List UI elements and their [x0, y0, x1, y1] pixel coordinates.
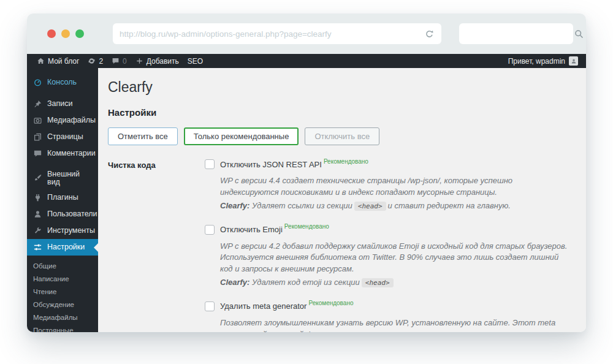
- reload-icon[interactable]: [424, 29, 435, 39]
- updates-count: 2: [99, 57, 103, 66]
- sidebar-item-users[interactable]: Пользователи: [27, 206, 98, 222]
- settings-form: Чистка кода Отключить JSON REST API Реко…: [108, 159, 573, 332]
- sidebar-label: Настройки: [47, 243, 85, 251]
- setting-meta-generator: Удалить meta generator Рекомендовано Поз…: [205, 301, 573, 332]
- brush-icon: [33, 173, 42, 183]
- code-chip: <head>: [354, 202, 386, 211]
- checkbox[interactable]: [205, 159, 215, 169]
- site-name: Мой блог: [48, 57, 79, 66]
- comment-icon: [112, 57, 120, 65]
- submenu-item-writing[interactable]: Написание: [27, 272, 98, 285]
- sidebar-item-settings[interactable]: Настройки: [27, 239, 98, 256]
- select-all-button[interactable]: Отметить все: [108, 127, 178, 145]
- sidebar-label: Пользователи: [47, 210, 97, 218]
- dashboard-icon: [33, 78, 42, 87]
- settings-submenu: Общие Написание Чтение Обсуждение Медиаф…: [27, 256, 98, 332]
- user-icon: [33, 210, 42, 219]
- admin-bar-seo[interactable]: SEO: [183, 54, 207, 68]
- admin-bar-site-link[interactable]: Мой блог: [32, 54, 83, 68]
- sidebar-label: Страницы: [47, 133, 83, 141]
- avatar: [569, 56, 578, 66]
- browser-chrome: [27, 13, 586, 54]
- maximize-window-button[interactable]: [75, 29, 84, 38]
- submenu-item-discussion[interactable]: Обсуждение: [27, 298, 98, 311]
- sidebar-item-pages[interactable]: Страницы: [27, 129, 98, 145]
- sliders-icon: [33, 243, 42, 252]
- search-icon: [574, 29, 584, 39]
- browser-search-input[interactable]: [466, 29, 574, 39]
- setting-label[interactable]: Удалить meta generator: [220, 301, 306, 311]
- group-label: Чистка кода: [108, 159, 205, 332]
- admin-bar-add-new[interactable]: Добавить: [131, 54, 183, 68]
- code-chip: <head>: [362, 278, 394, 287]
- comments-count: 0: [123, 57, 127, 66]
- updates-icon: [88, 57, 96, 65]
- page-title: Clearfy: [108, 79, 573, 96]
- browser-search-box[interactable]: [459, 23, 573, 44]
- sidebar-label: Консоль: [47, 78, 77, 86]
- disable-all-button[interactable]: Отключить все: [305, 127, 379, 145]
- recommended-badge: Рекомендовано: [308, 300, 353, 306]
- home-icon: [37, 57, 45, 65]
- window-controls: [47, 29, 84, 38]
- sidebar-item-plugins[interactable]: Плагины: [27, 189, 98, 206]
- admin-bar-comments[interactable]: 0: [107, 54, 131, 68]
- setting-emoji: Отключить Emoji Рекомендовано WP с верси…: [205, 225, 573, 289]
- camera-icon: [33, 116, 42, 125]
- submenu-item-reading[interactable]: Чтение: [27, 285, 98, 298]
- setting-label[interactable]: Отключить JSON REST API: [220, 160, 322, 169]
- sidebar-item-appearance[interactable]: Внешний вид: [27, 167, 98, 189]
- minimize-window-button[interactable]: [61, 29, 70, 38]
- sidebar-label: Медиафайлы: [47, 116, 96, 124]
- admin-bar-updates[interactable]: 2: [83, 54, 107, 68]
- url-input[interactable]: [120, 29, 424, 39]
- comment-icon: [33, 149, 42, 158]
- checkbox[interactable]: [205, 225, 215, 235]
- recommended-badge: Рекомендовано: [324, 158, 368, 165]
- admin-bar-account[interactable]: Привет, wpadmin: [506, 56, 581, 66]
- add-new-label: Добавить: [147, 57, 179, 66]
- browser-window: Мой блог 2 0 Добавить SEO Привет, wpadmi…: [27, 13, 586, 332]
- sidebar-item-dashboard[interactable]: Консоль: [27, 74, 98, 91]
- setting-label[interactable]: Отключить Emoji: [220, 225, 283, 234]
- greeting-text: Привет, wpadmin: [508, 57, 565, 66]
- address-bar[interactable]: [113, 23, 441, 44]
- wp-admin-sidebar: Консоль Записи Медиафайлы Страницы: [27, 68, 98, 332]
- sidebar-label: Внешний вид: [47, 170, 93, 186]
- submenu-item-general[interactable]: Общие: [27, 259, 98, 272]
- plug-icon: [33, 193, 42, 202]
- section-title: Настройки: [108, 107, 573, 118]
- pin-icon: [33, 99, 42, 108]
- user-icon: [570, 58, 577, 65]
- sidebar-item-comments[interactable]: Комментарии: [27, 145, 98, 162]
- seo-label: SEO: [188, 57, 203, 66]
- wrench-icon: [33, 226, 42, 235]
- sidebar-label: Записи: [47, 100, 73, 108]
- sidebar-label: Плагины: [47, 194, 78, 202]
- sidebar-label: Комментарии: [47, 150, 96, 157]
- plus-icon: [135, 57, 143, 65]
- setting-description: WP с версии 4.4 создает технические стра…: [220, 175, 573, 212]
- submenu-item-permalinks[interactable]: Постоянные ссылки: [27, 324, 98, 332]
- sidebar-item-tools[interactable]: Инструменты: [27, 222, 98, 239]
- sidebar-item-media[interactable]: Медиафайлы: [27, 112, 98, 129]
- setting-json-rest-api: Отключить JSON REST API Рекомендовано WP…: [205, 159, 573, 212]
- sidebar-item-posts[interactable]: Записи: [27, 96, 98, 112]
- only-recommended-button[interactable]: Только рекомендованные: [184, 127, 299, 145]
- close-window-button[interactable]: [47, 29, 56, 38]
- pages-icon: [33, 132, 42, 142]
- wp-admin-bar: Мой блог 2 0 Добавить SEO Привет, wpadmi…: [27, 54, 586, 68]
- sidebar-label: Инструменты: [47, 227, 95, 235]
- recommended-badge: Рекомендовано: [284, 223, 329, 230]
- setting-description: WP с версии 4.2 добавил поддержку смайли…: [220, 241, 573, 289]
- submenu-item-media[interactable]: Медиафайлы: [27, 311, 98, 324]
- bulk-actions: Отметить все Только рекомендованные Откл…: [108, 127, 573, 145]
- setting-description: Позволяет злоумышленникам узнать версию …: [220, 317, 573, 332]
- settings-page: Clearfy Настройки Отметить все Только ре…: [98, 68, 586, 332]
- checkbox[interactable]: [205, 301, 215, 311]
